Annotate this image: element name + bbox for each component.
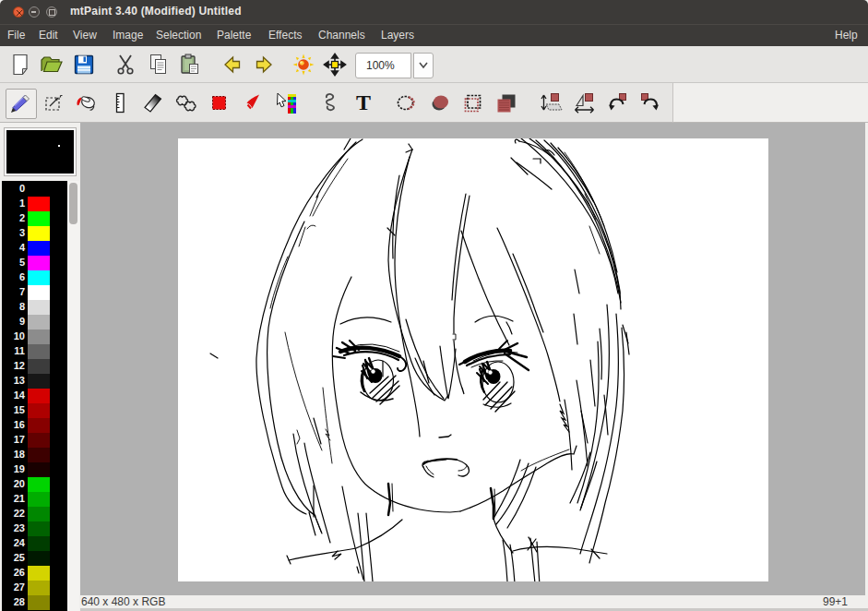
svg-text:T: T xyxy=(356,90,371,114)
